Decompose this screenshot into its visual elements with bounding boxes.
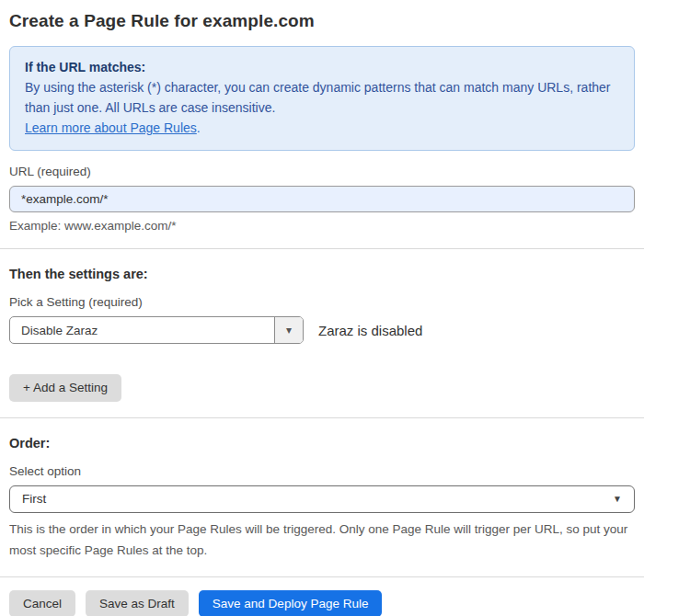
- order-help-text: This is the order in which your Page Rul…: [9, 519, 635, 561]
- info-box-heading: If the URL matches:: [25, 57, 619, 77]
- add-setting-button[interactable]: + Add a Setting: [9, 374, 121, 402]
- chevron-down-icon: ▾: [286, 324, 292, 337]
- setting-picker-label: Pick a Setting (required): [9, 295, 635, 309]
- cancel-button[interactable]: Cancel: [9, 590, 75, 616]
- form-actions: Cancel Save as Draft Save and Deploy Pag…: [9, 590, 635, 616]
- order-select[interactable]: First ▼: [9, 485, 635, 513]
- url-example-hint: Example: www.example.com/*: [9, 219, 635, 233]
- divider: [0, 576, 644, 577]
- order-section-heading: Order:: [9, 436, 635, 451]
- save-and-deploy-button[interactable]: Save and Deploy Page Rule: [199, 590, 383, 616]
- divider: [0, 417, 644, 418]
- setting-dropdown[interactable]: Disable Zaraz ▾: [9, 316, 304, 344]
- chevron-down-icon: ▼: [613, 494, 622, 504]
- link-period: .: [197, 120, 201, 135]
- divider: [0, 248, 644, 249]
- learn-more-link[interactable]: Learn more about Page Rules: [25, 120, 197, 135]
- setting-row: Disable Zaraz ▾ Zaraz is disabled: [9, 316, 635, 344]
- setting-dropdown-arrow-button[interactable]: ▾: [274, 317, 303, 343]
- page-rule-form: Create a Page Rule for example.com If th…: [0, 0, 690, 616]
- url-field-label: URL (required): [9, 165, 635, 178]
- setting-dropdown-value: Disable Zaraz: [10, 317, 274, 343]
- page-title: Create a Page Rule for example.com: [9, 11, 635, 31]
- url-match-info-box: If the URL matches: By using the asteris…: [9, 46, 635, 151]
- setting-status-text: Zaraz is disabled: [318, 323, 422, 338]
- info-box-body: By using the asterisk (*) character, you…: [25, 77, 619, 118]
- save-as-draft-button[interactable]: Save as Draft: [86, 590, 189, 616]
- order-select-value: First: [22, 492, 46, 506]
- settings-section-heading: Then the settings are:: [9, 267, 635, 281]
- url-input[interactable]: [9, 186, 635, 212]
- info-link-line: Learn more about Page Rules.: [25, 118, 619, 138]
- order-select-label: Select option: [9, 464, 635, 478]
